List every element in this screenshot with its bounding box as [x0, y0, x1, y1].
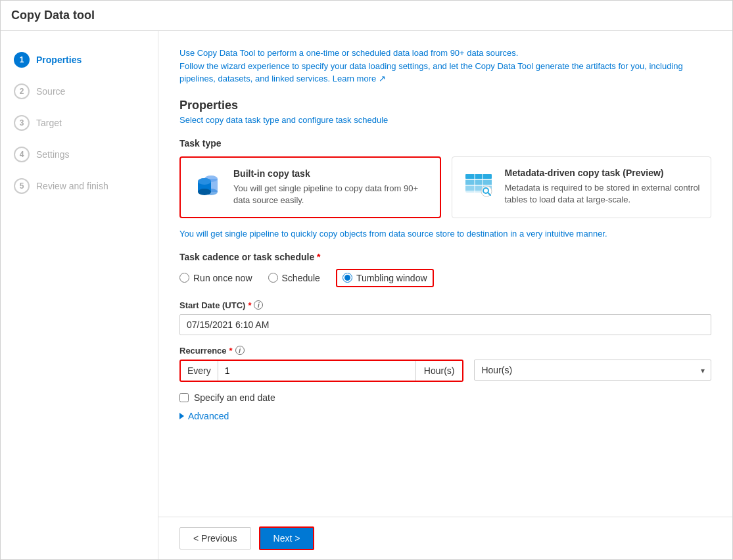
- radio-schedule-label: Schedule: [282, 273, 320, 283]
- advanced-row[interactable]: Advanced: [179, 411, 711, 421]
- next-button[interactable]: Next >: [259, 526, 315, 550]
- task-type-label: Task type: [179, 138, 711, 149]
- task-card-builtin-title: Built-in copy task: [233, 168, 429, 179]
- radio-schedule-input[interactable]: [268, 273, 278, 283]
- start-date-group: Start Date (UTC) * i: [179, 300, 711, 335]
- builtin-icon: [191, 168, 223, 200]
- radio-run-once[interactable]: Run once now: [179, 273, 252, 283]
- metadata-icon: [463, 168, 494, 199]
- end-date-checkbox[interactable]: [179, 393, 189, 402]
- main-panel: Use Copy Data Tool to perform a one-time…: [158, 31, 732, 559]
- task-card-metadata-content: Metadata-driven copy task (Preview) Meta…: [505, 168, 701, 206]
- radio-schedule[interactable]: Schedule: [268, 273, 320, 283]
- task-cards: Built-in copy task You will get single p…: [179, 156, 711, 218]
- radio-group: Run once now Schedule Tumbling window: [179, 269, 711, 287]
- sidebar: 1 Properties 2 Source 3 Target 4 Setting…: [1, 31, 158, 559]
- end-date-row: Specify an end date: [179, 392, 711, 403]
- footer: < Previous Next >: [158, 517, 732, 559]
- svg-point-5: [198, 189, 211, 195]
- sidebar-label-settings: Settings: [36, 149, 70, 160]
- app-title: Copy Data tool: [11, 9, 722, 22]
- task-card-metadata[interactable]: Metadata-driven copy task (Preview) Meta…: [452, 156, 712, 218]
- start-date-input[interactable]: [179, 314, 711, 335]
- step-number-1: 1: [14, 52, 30, 68]
- step-number-3: 3: [14, 115, 30, 131]
- task-card-metadata-title: Metadata-driven copy task (Preview): [505, 168, 701, 178]
- sidebar-item-target[interactable]: 3 Target: [1, 107, 158, 139]
- radio-tumbling-input[interactable]: [343, 273, 352, 283]
- sidebar-label-target: Target: [36, 118, 62, 128]
- step-number-5: 5: [14, 178, 30, 194]
- recurrence-period-select[interactable]: Minute(s) Hour(s) Day(s) Week(s) Month(s…: [474, 360, 711, 381]
- start-date-label: Start Date (UTC) * i: [179, 300, 711, 310]
- sidebar-item-review[interactable]: 5 Review and finish: [1, 170, 158, 202]
- advanced-chevron-icon: [179, 413, 184, 419]
- step-number-2: 2: [14, 83, 30, 99]
- sidebar-item-source[interactable]: 2 Source: [1, 76, 158, 107]
- panel-content: Use Copy Data Tool to perform a one-time…: [158, 31, 732, 517]
- info-banner: Use Copy Data Tool to perform a one-time…: [179, 47, 711, 85]
- sidebar-item-properties[interactable]: 1 Properties: [1, 44, 158, 76]
- task-card-builtin-desc: You will get single pipeline to copy dat…: [233, 183, 429, 206]
- learn-more-link[interactable]: Learn more ↗: [333, 74, 386, 83]
- recurrence-group: Recurrence * i Every Hour(s) Minute(s): [179, 346, 711, 382]
- previous-button[interactable]: < Previous: [179, 527, 251, 549]
- recurrence-box: Every Hour(s): [179, 360, 463, 382]
- svg-rect-9: [465, 180, 492, 185]
- pipeline-note: You will get single pipeline to quickly …: [179, 229, 711, 239]
- recurrence-info-icon[interactable]: i: [235, 346, 245, 355]
- recurrence-number-input[interactable]: [218, 361, 415, 381]
- recurrence-every-label: Every: [181, 361, 218, 381]
- task-card-metadata-desc: Metadata is required to be stored in ext…: [505, 182, 701, 206]
- title-bar: Copy Data tool: [1, 1, 732, 31]
- task-card-builtin-content: Built-in copy task You will get single p…: [233, 168, 429, 206]
- schedule-section: Task cadence or task schedule * Run once…: [179, 252, 711, 287]
- info-line1: Use Copy Data Tool to perform a one-time…: [179, 47, 711, 60]
- radio-tumbling[interactable]: Tumbling window: [336, 269, 434, 287]
- recurrence-period-wrapper: Minute(s) Hour(s) Day(s) Week(s) Month(s…: [474, 360, 711, 382]
- radio-run-once-input[interactable]: [179, 273, 189, 283]
- radio-run-once-label: Run once now: [193, 273, 252, 283]
- sidebar-label-properties: Properties: [36, 55, 82, 65]
- radio-tumbling-label: Tumbling window: [356, 273, 427, 283]
- start-date-info-icon[interactable]: i: [254, 300, 263, 310]
- svg-rect-8: [465, 174, 492, 179]
- section-title: Properties: [179, 99, 711, 112]
- recurrence-unit-label: Hour(s): [415, 361, 463, 381]
- schedule-label: Task cadence or task schedule *: [179, 252, 711, 262]
- sidebar-label-source: Source: [36, 86, 65, 97]
- sidebar-label-review: Review and finish: [36, 181, 108, 191]
- svg-point-6: [198, 178, 211, 185]
- end-date-label[interactable]: Specify an end date: [194, 392, 275, 403]
- task-card-builtin[interactable]: Built-in copy task You will get single p…: [179, 156, 441, 218]
- sidebar-item-settings[interactable]: 4 Settings: [1, 139, 158, 170]
- info-line3: pipelines, datasets, and linked services…: [179, 72, 711, 85]
- step-number-4: 4: [14, 147, 30, 162]
- advanced-label: Advanced: [188, 411, 229, 421]
- section-subtitle: Select copy data task type and configure…: [179, 115, 711, 125]
- info-line2: Follow the wizard experience to specify …: [179, 60, 711, 73]
- recurrence-label: Recurrence * i: [179, 346, 711, 356]
